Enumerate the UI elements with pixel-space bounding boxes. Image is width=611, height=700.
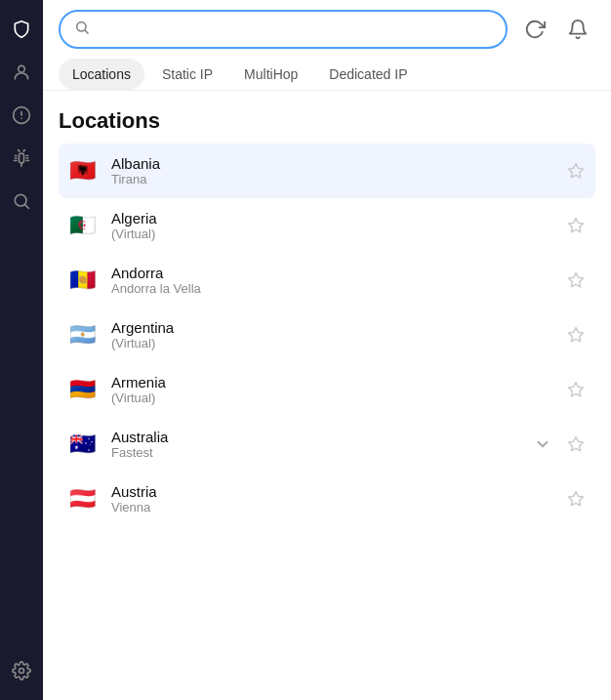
location-city-argentina: (Virtual) — [111, 336, 562, 350]
svg-marker-15 — [569, 437, 584, 451]
location-info-argentina: Argentina (Virtual) — [111, 319, 562, 350]
location-actions-albania — [562, 157, 590, 185]
location-city-australia: Fastest — [111, 445, 529, 460]
search-box[interactable] — [59, 10, 508, 49]
location-info-andorra: Andorra Andorra la Vella — [111, 265, 562, 296]
tab-dedicated-ip[interactable]: Dedicated IP — [315, 59, 421, 90]
locations-heading: Locations — [59, 91, 595, 144]
favorite-argentina[interactable] — [562, 321, 590, 349]
search-icon — [74, 20, 90, 39]
location-item-algeria[interactable]: 🇩🇿 Algeria (Virtual) — [59, 198, 595, 253]
sidebar-icon-search[interactable] — [4, 184, 39, 219]
svg-point-0 — [19, 65, 25, 72]
svg-marker-12 — [569, 273, 584, 287]
location-name-austria: Austria — [111, 483, 562, 500]
topbar — [43, 0, 611, 49]
location-item-armenia[interactable]: 🇦🇲 Armenia (Virtual) — [59, 362, 595, 417]
svg-line-6 — [25, 205, 29, 209]
favorite-australia[interactable] — [562, 431, 590, 458]
location-city-algeria: (Virtual) — [111, 226, 562, 241]
main-content: Locations Static IP MultiHop Dedicated I… — [43, 0, 611, 700]
svg-marker-11 — [569, 219, 584, 232]
bell-button[interactable] — [560, 12, 595, 47]
sidebar-icon-shield[interactable] — [4, 12, 39, 47]
location-actions-austria — [562, 485, 590, 513]
flag-australia: 🇦🇺 — [64, 432, 100, 457]
locations-list: Locations 🇦🇱 Albania Tirana 🇩🇿 Algeria — [43, 91, 611, 700]
svg-marker-10 — [569, 164, 584, 178]
sidebar-icon-alert[interactable] — [4, 98, 39, 133]
topbar-actions — [517, 12, 595, 47]
favorite-austria[interactable] — [562, 485, 590, 513]
location-city-austria: Vienna — [111, 500, 562, 515]
location-item-andorra[interactable]: 🇦🇩 Andorra Andorra la Vella — [59, 253, 595, 308]
location-actions-algeria — [562, 212, 590, 239]
location-info-albania: Albania Tirana — [111, 155, 562, 186]
location-name-albania: Albania — [111, 155, 562, 172]
location-city-armenia: (Virtual) — [111, 391, 562, 405]
svg-line-9 — [85, 30, 88, 33]
flag-algeria: 🇩🇿 — [64, 213, 100, 238]
location-actions-australia — [529, 431, 590, 458]
refresh-button[interactable] — [517, 12, 552, 47]
location-item-australia[interactable]: 🇦🇺 Australia Fastest — [59, 417, 595, 472]
tab-multihop[interactable]: MultiHop — [230, 59, 311, 90]
svg-point-5 — [15, 194, 26, 206]
location-actions-armenia — [562, 376, 590, 403]
expand-australia[interactable] — [529, 431, 556, 458]
location-name-australia: Australia — [111, 429, 529, 445]
sidebar-icon-bug[interactable] — [4, 141, 39, 176]
favorite-andorra[interactable] — [562, 267, 590, 294]
location-info-armenia: Armenia (Virtual) — [111, 374, 562, 405]
tabs-bar: Locations Static IP MultiHop Dedicated I… — [43, 49, 611, 91]
favorite-armenia[interactable] — [562, 376, 590, 403]
svg-marker-14 — [569, 383, 584, 396]
svg-marker-13 — [569, 328, 584, 342]
location-name-argentina: Argentina — [111, 319, 562, 336]
flag-argentina: 🇦🇷 — [64, 322, 100, 348]
flag-armenia: 🇦🇲 — [64, 377, 100, 402]
svg-marker-16 — [569, 492, 584, 506]
location-city-albania: Tirana — [111, 172, 562, 186]
sidebar-icon-account[interactable] — [4, 55, 39, 90]
location-info-austria: Austria Vienna — [111, 483, 562, 515]
location-info-australia: Australia Fastest — [111, 429, 529, 460]
location-actions-andorra — [562, 267, 590, 294]
location-item-austria[interactable]: 🇦🇹 Austria Vienna — [59, 472, 595, 526]
sidebar — [0, 0, 43, 700]
favorite-algeria[interactable] — [562, 212, 590, 239]
location-city-andorra: Andorra la Vella — [111, 281, 562, 296]
sidebar-icon-settings[interactable] — [4, 653, 39, 688]
location-item-argentina[interactable]: 🇦🇷 Argentina (Virtual) — [59, 308, 595, 362]
flag-andorra: 🇦🇩 — [64, 268, 100, 293]
favorite-albania[interactable] — [562, 157, 590, 185]
tab-locations[interactable]: Locations — [59, 59, 144, 90]
location-info-algeria: Algeria (Virtual) — [111, 210, 562, 241]
location-actions-argentina — [562, 321, 590, 349]
search-input[interactable] — [98, 21, 492, 38]
svg-point-7 — [20, 669, 24, 674]
location-item-albania[interactable]: 🇦🇱 Albania Tirana — [59, 144, 595, 198]
tab-static-ip[interactable]: Static IP — [148, 59, 226, 90]
location-name-algeria: Algeria — [111, 210, 562, 226]
location-name-armenia: Armenia — [111, 374, 562, 391]
flag-austria: 🇦🇹 — [64, 486, 100, 512]
flag-albania: 🇦🇱 — [64, 158, 100, 184]
location-name-andorra: Andorra — [111, 265, 562, 281]
